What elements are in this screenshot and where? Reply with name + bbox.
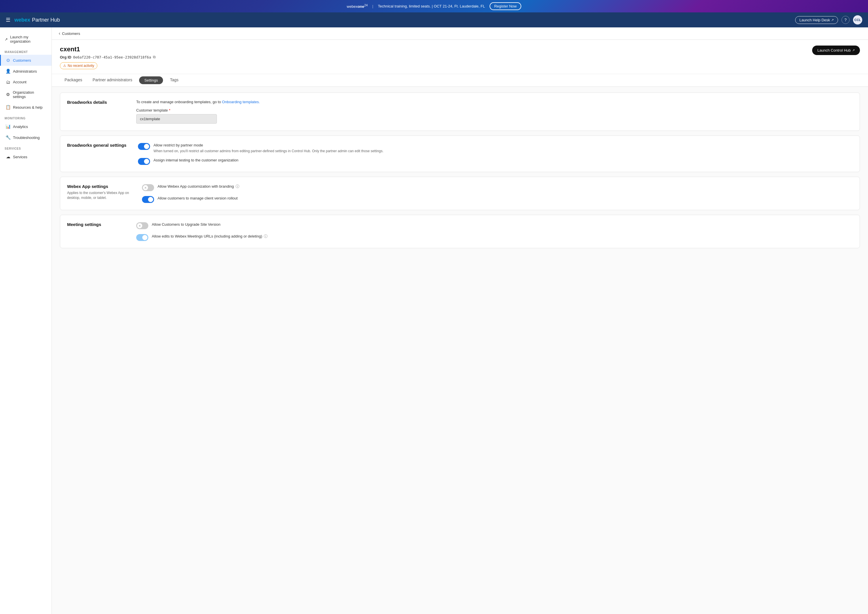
org-settings-icon: ⚙ (5, 92, 10, 97)
toggle1-label: Allow restrict by partner mode (153, 143, 384, 148)
info-icon-meetings[interactable]: ⓘ (264, 234, 268, 239)
toggle-restrict-partner-text: Allow restrict by partner mode When turn… (153, 143, 384, 153)
toggle-internal-testing[interactable] (138, 158, 150, 165)
sidebar-account-label: Account (13, 80, 26, 84)
meeting-settings-content: ✕ Allow Customers to Upgrade Site Versio… (136, 222, 853, 241)
broadworks-description-text: To create and manage onboarding template… (136, 100, 221, 104)
analytics-icon: 📊 (5, 124, 11, 129)
sidebar-section-services: SERVICES (0, 143, 51, 151)
webex-app-card: Webex App settings Applies to the custom… (60, 177, 860, 210)
external-link-icon: ↗ (831, 18, 834, 22)
sidebar-item-resources[interactable]: 📋 Resources & help (0, 102, 51, 113)
org-id-row: Org ID 0e6af220-c707-45a1-95ee-23928d718… (60, 55, 155, 59)
toggle1-branding-label: Allow Webex App customization with brand… (158, 184, 234, 189)
launch-help-desk-button[interactable]: Launch Help Desk ↗ (795, 16, 838, 24)
sidebar-item-customers[interactable]: ⊙ Customers (0, 55, 51, 66)
menu-icon[interactable]: ☰ (6, 17, 10, 23)
meeting-toggle2-label: Allow edits to Webex Meetings URLs (incl… (152, 234, 262, 239)
settings-body: Broadworks details To create and manage … (52, 87, 868, 254)
toggle-restrict-partner[interactable] (138, 143, 150, 150)
org-id-label: Org ID (60, 55, 71, 59)
sidebar-administrators-label: Administrators (13, 69, 37, 73)
tab-partner-administrators[interactable]: Partner administrators (88, 74, 137, 87)
sidebar-customers-label: Customers (13, 58, 31, 62)
logo-superscript: 24 (364, 3, 368, 7)
customer-template-input[interactable] (136, 114, 217, 124)
toggle2-version-rollout-label: Allow customers to manage client version… (158, 196, 237, 201)
sidebar-item-analytics[interactable]: 📊 Analytics (0, 121, 51, 132)
sidebar-item-account[interactable]: 🗂 Account (0, 77, 51, 87)
back-arrow-icon[interactable]: ‹ (59, 31, 60, 36)
toggle-upgrade-site[interactable]: ✕ (136, 222, 148, 229)
sidebar-resources-label: Resources & help (13, 105, 43, 110)
banner-announcement: Technical training, limited seats. | OCT… (378, 4, 485, 8)
field-label-text: Customer template (136, 108, 168, 112)
troubleshooting-icon: 🔧 (5, 135, 11, 140)
meeting-settings-title: Meeting settings (67, 222, 125, 241)
customer-header: cxent1 Org ID 0e6af220-c707-45a1-95ee-23… (52, 40, 868, 74)
brand: webex Partner Hub (14, 17, 60, 23)
onboarding-templates-link[interactable]: Onboarding templates. (222, 100, 260, 104)
partner-hub-label: Partner Hub (32, 17, 60, 23)
launch-org-icon: ↗ (5, 37, 8, 42)
webex-logo-text: webex (14, 17, 30, 23)
sidebar: ↗ Launch my organization MANAGEMENT ⊙ Cu… (0, 27, 52, 614)
sidebar-section-monitoring: MONITORING (0, 113, 51, 121)
sidebar-item-troubleshooting[interactable]: 🔧 Troubleshooting (0, 132, 51, 143)
sidebar-item-administrators[interactable]: 👤 Administrators (0, 66, 51, 77)
breadcrumb: ‹ Customers (52, 27, 868, 40)
sidebar-section-management: MANAGEMENT (0, 47, 51, 55)
required-star: * (169, 108, 170, 112)
toggle-branding[interactable]: ✕ (142, 184, 154, 191)
broadworks-details-title: Broadworks details (67, 100, 125, 124)
copy-icon[interactable]: ⧉ (153, 55, 155, 59)
toggle-row-upgrade-site: ✕ Allow Customers to Upgrade Site Versio… (136, 222, 853, 229)
launch-external-icon: ↗ (852, 48, 855, 52)
app-layout: ↗ Launch my organization MANAGEMENT ⊙ Cu… (0, 27, 868, 614)
sidebar-services-label: Services (13, 155, 27, 159)
avatar[interactable]: CCL (853, 15, 862, 25)
toggle-meetings-urls[interactable] (136, 234, 148, 241)
no-activity-badge: ⚠ No recent activity (60, 62, 97, 69)
toggle1-description: When turned on, you'll restrict all cust… (153, 149, 384, 153)
sidebar-item-services[interactable]: ☁ Services (0, 151, 51, 162)
tab-tags[interactable]: Tags (165, 74, 183, 87)
tab-packages[interactable]: Packages (60, 74, 87, 87)
meeting-toggle2-text-row: Allow edits to Webex Meetings URLs (incl… (152, 234, 268, 239)
toggle-version-rollout[interactable] (142, 196, 154, 203)
broadworks-general-content: Allow restrict by partner mode When turn… (138, 143, 853, 165)
webex-app-content: ✕ Allow Webex App customization with bra… (142, 184, 853, 203)
sidebar-org-settings-label: Organization settings (13, 90, 47, 99)
info-icon-branding[interactable]: ⓘ (236, 184, 239, 189)
toggle-row-restrict-partner: Allow restrict by partner mode When turn… (138, 143, 853, 153)
toggle2-label: Assign internal testing to the customer … (153, 158, 239, 163)
broadworks-details-card: Broadworks details To create and manage … (60, 93, 860, 131)
tab-settings[interactable]: Settings (139, 76, 163, 84)
tab-packages-label: Packages (65, 78, 82, 82)
banner-sep: | (372, 4, 373, 8)
tabs-bar: Packages Partner administrators Settings… (52, 74, 868, 87)
launch-control-hub-button[interactable]: Launch Control Hub ↗ (812, 45, 860, 55)
launch-help-desk-label: Launch Help Desk (800, 18, 830, 22)
sidebar-item-org-settings[interactable]: ⚙ Organization settings (0, 87, 51, 102)
navbar: ☰ webex Partner Hub Launch Help Desk ↗ ?… (0, 12, 868, 27)
sidebar-launch-org[interactable]: ↗ Launch my organization (0, 32, 51, 47)
org-id-value: 0e6af220-c707-45a1-95ee-23928d718f6a (73, 55, 151, 59)
webexone-logo: webexone24 (347, 3, 368, 9)
broadworks-details-content: To create and manage onboarding template… (136, 100, 853, 124)
sidebar-analytics-label: Analytics (13, 124, 28, 129)
main-content: ‹ Customers cxent1 Org ID 0e6af220-c707-… (52, 27, 868, 614)
broadworks-general-title: Broadworks general settings (67, 143, 126, 165)
breadcrumb-label: Customers (62, 31, 80, 36)
webex-app-sublabel: Applies to the customer's Webex App on d… (67, 191, 130, 201)
register-now-button[interactable]: Register Now (490, 2, 521, 10)
customer-info: cxent1 Org ID 0e6af220-c707-45a1-95ee-23… (60, 45, 155, 69)
customer-name: cxent1 (60, 45, 155, 53)
administrators-icon: 👤 (5, 68, 11, 74)
services-icon: ☁ (5, 154, 11, 159)
resources-icon: 📋 (5, 105, 11, 110)
meeting-settings-card: Meeting settings ✕ Allow Customers to Up… (60, 215, 860, 248)
help-button[interactable]: ? (842, 16, 849, 24)
webex-app-title-text: Webex App settings (67, 184, 108, 189)
tab-tags-label: Tags (170, 78, 178, 82)
